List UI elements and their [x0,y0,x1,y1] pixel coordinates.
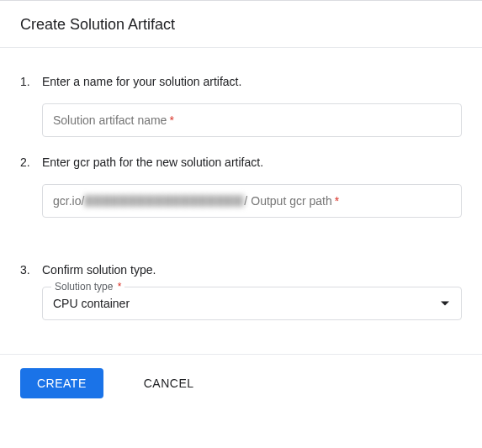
step-2-number: 2. [20,155,42,218]
dialog-header: Create Solution Artifact [0,1,482,48]
dialog-footer: Create Cancel [0,354,482,429]
required-asterisk: * [118,281,122,293]
step-3: 3. Confirm solution type. Solution type … [20,263,462,320]
required-asterisk: * [335,194,339,208]
gcr-path-input[interactable]: gcr.io/ ████████████████████ / Output gc… [42,184,462,218]
step-2: 2. Enter gcr path for the new solution a… [20,155,462,218]
gcr-prefix: gcr.io/ [53,194,84,208]
step-3-label: Confirm solution type. [42,263,462,277]
step-2-body: Enter gcr path for the new solution arti… [42,155,462,218]
step-1-number: 1. [20,75,42,137]
step-1-body: Enter a name for your solution artifact.… [42,75,462,137]
cancel-button[interactable]: Cancel [127,368,211,398]
gcr-suffix-slash: / [244,194,247,208]
select-value: CPU container [53,297,130,310]
step-3-number: 3. [20,263,42,320]
input-placeholder: Solution artifact name [53,113,167,127]
dialog-content: 1. Enter a name for your solution artifa… [0,48,482,354]
dialog-title: Create Solution Artifact [20,16,462,34]
step-1-label: Enter a name for your solution artifact. [42,75,462,88]
step-2-label: Enter gcr path for the new solution arti… [42,155,462,169]
create-solution-artifact-dialog: Create Solution Artifact 1. Enter a name… [0,0,482,429]
step-1: 1. Enter a name for your solution artifa… [20,75,462,137]
solution-artifact-name-input[interactable]: Solution artifact name * [42,103,462,137]
gcr-project-redacted: ████████████████████ [84,195,244,207]
chevron-down-icon [441,302,449,306]
solution-type-select[interactable]: Solution type * CPU container [42,287,462,320]
create-button[interactable]: Create [20,368,103,398]
required-asterisk: * [169,113,173,127]
select-floating-label: Solution type * [51,281,124,293]
input-placeholder: Output gcr path [251,194,332,208]
step-3-body: Confirm solution type. Solution type * C… [42,263,462,320]
